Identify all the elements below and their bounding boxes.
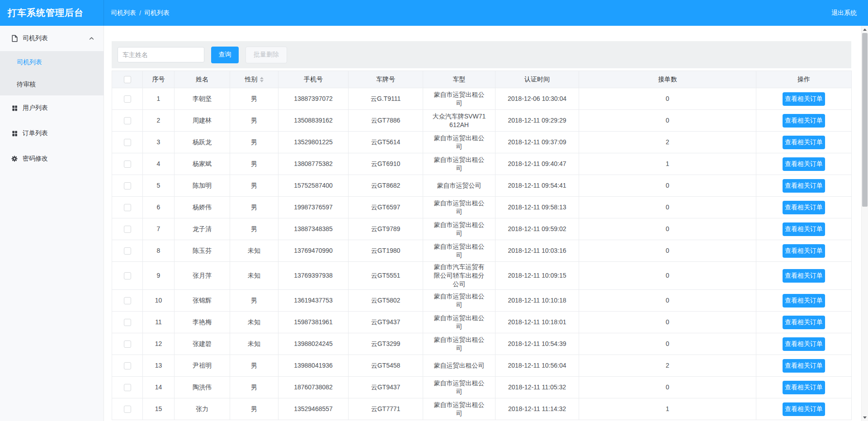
sort-icon[interactable] (260, 77, 264, 82)
cell-order-count: 2 (579, 355, 756, 377)
cell-plate: 云GT6597 (349, 197, 423, 218)
row-checkbox[interactable] (124, 297, 131, 304)
query-button[interactable]: 查询 (211, 47, 239, 63)
cell-actions: 查看相关订单 (756, 175, 852, 197)
view-orders-button[interactable]: 查看相关订单 (783, 269, 825, 283)
cell-gender: 未知 (230, 312, 278, 333)
vertical-scrollbar[interactable] (861, 26, 868, 421)
scroll-down-arrow[interactable] (862, 414, 868, 421)
cell-phone: 19987376597 (278, 197, 349, 218)
cell-phone: 13508839162 (278, 110, 349, 132)
cell-actions: 查看相关订单 (756, 290, 852, 312)
cell-name: 张力 (175, 398, 230, 420)
cell-plate: 云GT5458 (349, 355, 423, 377)
sidebar-subitem-driver-list[interactable]: 司机列表 (0, 51, 104, 73)
cell-cert-time: 2018-12-11 09:59:02 (495, 218, 579, 240)
view-orders-button[interactable]: 查看相关订单 (783, 381, 825, 394)
cell-plate: 云GT5551 (349, 262, 423, 290)
cell-index: 15 (143, 398, 175, 420)
row-checkbox[interactable] (124, 384, 131, 391)
column-header-gender[interactable]: 性别 (230, 71, 278, 88)
row-checkbox[interactable] (124, 117, 131, 124)
cell-name: 尹祖明 (175, 355, 230, 377)
breadcrumb-item[interactable]: 司机列表 (111, 9, 136, 17)
app-title: 打车系统管理后台 (0, 0, 104, 26)
view-orders-button[interactable]: 查看相关订单 (783, 222, 825, 236)
row-checkbox[interactable] (124, 406, 131, 413)
cell-cert-time: 2018-12-11 09:54:41 (495, 175, 579, 197)
scroll-up-arrow[interactable] (862, 26, 868, 33)
table-header-row: 序号 姓名 性别 手机号 车牌号 车型 认证时间 接单数 操作 (112, 71, 852, 88)
cell-order-count: 0 (579, 377, 756, 398)
row-checkbox[interactable] (124, 95, 131, 103)
table-row: 14陶洪伟男18760738082云GT9437蒙自市运贸出租公司2018-12… (112, 377, 852, 398)
cell-order-count: 0 (579, 110, 756, 132)
cell-model: 蒙自市运贸出租公司 (423, 398, 495, 420)
batch-delete-button[interactable]: 批量删除 (245, 47, 287, 63)
view-orders-button[interactable]: 查看相关订单 (783, 294, 825, 307)
sidebar-item-label: 用户列表 (23, 104, 48, 112)
view-orders-button[interactable]: 查看相关订单 (783, 337, 825, 351)
row-checkbox[interactable] (124, 226, 131, 233)
view-orders-button[interactable]: 查看相关订单 (783, 136, 825, 149)
column-header-name: 姓名 (175, 71, 230, 88)
search-input[interactable] (118, 47, 204, 62)
cell-order-count: 1 (579, 153, 756, 175)
search-toolbar: 查询 批量删除 (112, 41, 851, 68)
chevron-up-icon (89, 36, 94, 42)
cell-name: 陶洪伟 (175, 377, 230, 398)
sidebar-item-change-password[interactable]: 密码修改 (0, 146, 104, 171)
cell-model: 蒙自市运贸出租公司 (423, 218, 495, 240)
row-checkbox[interactable] (124, 272, 131, 279)
cell-name: 张月萍 (175, 262, 230, 290)
cell-actions: 查看相关订单 (756, 377, 852, 398)
view-orders-button[interactable]: 查看相关订单 (783, 92, 825, 106)
cell-gender: 男 (230, 110, 278, 132)
row-checkbox[interactable] (124, 182, 131, 189)
row-checkbox[interactable] (124, 139, 131, 146)
sidebar-item-driver-list[interactable]: 司机列表 (0, 26, 104, 51)
column-header-cert-time: 认证时间 (495, 71, 579, 88)
cell-index: 8 (143, 240, 175, 262)
row-checkbox[interactable] (124, 161, 131, 168)
row-checkbox-cell (112, 290, 143, 312)
view-orders-button[interactable]: 查看相关订单 (783, 114, 825, 128)
view-orders-button[interactable]: 查看相关订单 (783, 359, 825, 373)
cell-name: 杨家斌 (175, 153, 230, 175)
cell-cert-time: 2018-12-11 10:03:16 (495, 240, 579, 262)
file-icon (11, 35, 18, 42)
view-orders-button[interactable]: 查看相关订单 (783, 244, 825, 258)
sidebar-subitem-pending-review[interactable]: 待审核 (0, 73, 104, 95)
cell-order-count: 0 (579, 88, 756, 110)
view-orders-button[interactable]: 查看相关订单 (783, 157, 825, 171)
cell-name: 陈玉芬 (175, 240, 230, 262)
drivers-table: 序号 姓名 性别 手机号 车牌号 车型 认证时间 接单数 操作 1李朝坚男138… (112, 71, 852, 420)
column-header-gender-label: 性别 (245, 76, 258, 83)
scrollbar-thumb[interactable] (862, 33, 868, 207)
cell-cert-time: 2018-12-11 10:56:04 (495, 355, 579, 377)
table-row: 13尹祖明男13988041936云GT5458蒙自运贸出租公司2018-12-… (112, 355, 852, 377)
top-header: 打车系统管理后台 司机列表 / 司机列表 退出系统 (0, 0, 868, 26)
cell-index: 3 (143, 132, 175, 153)
cell-name: 杨跃龙 (175, 132, 230, 153)
cell-phone: 13769470990 (278, 240, 349, 262)
sidebar-item-user-list[interactable]: 用户列表 (0, 95, 104, 121)
row-checkbox[interactable] (124, 247, 131, 255)
row-checkbox[interactable] (124, 341, 131, 348)
view-orders-button[interactable]: 查看相关订单 (783, 179, 825, 193)
breadcrumb-item-current[interactable]: 司机列表 (144, 9, 170, 17)
row-checkbox[interactable] (124, 204, 131, 211)
row-checkbox[interactable] (124, 362, 131, 369)
select-all-checkbox[interactable] (124, 76, 131, 83)
view-orders-button[interactable]: 查看相关订单 (783, 316, 825, 329)
row-checkbox[interactable] (124, 319, 131, 326)
cell-model: 蒙自市运贸出租公司 (423, 290, 495, 312)
sidebar-item-order-list[interactable]: 订单列表 (0, 121, 104, 146)
table-row: 7龙子清男13887348385云GT9789蒙自市运贸出租公司2018-12-… (112, 218, 852, 240)
view-orders-button[interactable]: 查看相关订单 (783, 201, 825, 214)
logout-link[interactable]: 退出系统 (831, 9, 857, 17)
view-orders-button[interactable]: 查看相关订单 (783, 402, 825, 416)
cell-gender: 男 (230, 153, 278, 175)
cell-order-count: 0 (579, 312, 756, 333)
table-row: 12张建碧未知13988024245云GT3299蒙自市运贸出租公司2018-1… (112, 333, 852, 355)
